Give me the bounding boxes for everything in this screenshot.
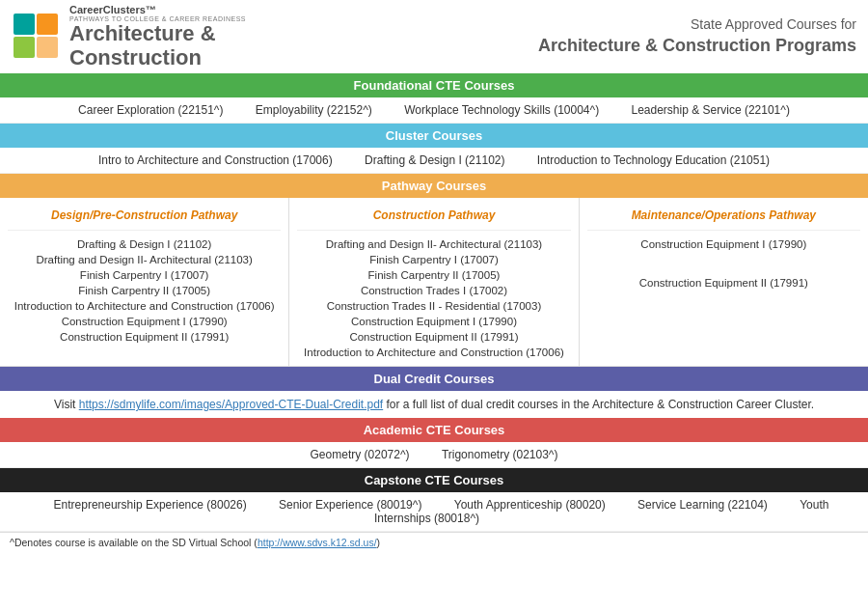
svg-rect-1 xyxy=(14,37,35,58)
construction-item-2: Finish Carpentry I (17007) xyxy=(297,252,570,267)
maintenance-item-spacer xyxy=(587,252,860,275)
foundational-course-3: Workplace Technology Skills (10004^) xyxy=(404,103,599,117)
pathway-header: Pathway Courses xyxy=(0,174,868,198)
pathway-col-construction: Construction Pathway Drafting and Design… xyxy=(289,198,579,366)
maintenance-item-2: Construction Equipment II (17991) xyxy=(587,275,860,291)
construction-item-5: Construction Trades II - Residential (17… xyxy=(297,298,570,314)
foundational-course-1: Career Exploration (22151^) xyxy=(78,103,223,117)
capstone-header: Capstone CTE Courses xyxy=(0,468,868,492)
construction-item-4: Construction Trades I (17002) xyxy=(297,283,570,298)
design-item-4: Finish Carpentry II (17005) xyxy=(8,283,281,298)
construction-item-8: Introduction to Architecture and Constru… xyxy=(297,345,570,360)
design-item-3: Finish Carpentry I (17007) xyxy=(8,267,281,283)
design-item-1: Drafting & Design I (21102) xyxy=(8,236,281,252)
dual-credit-text-after: for a full list of dual credit courses i… xyxy=(383,398,814,411)
footnote-text-after: ) xyxy=(377,537,381,548)
pathway-col-maintenance: Maintenance/Operations Pathway Construct… xyxy=(580,198,868,366)
design-item-6: Construction Equipment I (17990) xyxy=(8,314,281,329)
cluster-course-3: Introduction to Technology Education (21… xyxy=(537,153,770,167)
maintenance-item-1: Construction Equipment I (17990) xyxy=(587,236,860,252)
footnote-link[interactable]: http://www.sdvs.k12.sd.us/ xyxy=(258,537,377,548)
construction-item-3: Finish Carpentry II (17005) xyxy=(297,267,570,283)
pathway-col-construction-header: Construction Pathway xyxy=(297,204,570,231)
pathway-columns: Design/Pre-Construction Pathway Drafting… xyxy=(0,198,868,367)
foundational-header: Foundational CTE Courses xyxy=(0,73,868,97)
career-clusters-brand: CareerClusters™ xyxy=(69,4,246,15)
dual-credit-link[interactable]: https://sdmylife.com/images/Approved-CTE… xyxy=(79,398,383,411)
capstone-course-2: Senior Experience (80019^) xyxy=(279,498,421,512)
svg-rect-3 xyxy=(37,37,58,58)
academic-course-2: Trigonometry (02103^) xyxy=(442,448,558,461)
construction-item-6: Construction Equipment I (17990) xyxy=(297,314,570,329)
construction-item-7: Construction Equipment II (17991) xyxy=(297,329,570,345)
dual-credit-header: Dual Credit Courses xyxy=(0,367,868,391)
logo-text: CareerClusters™ PATHWAYS TO COLLEGE & CA… xyxy=(69,4,246,69)
logo-icon xyxy=(12,12,62,62)
design-item-2: Drafting and Design II- Architectural (2… xyxy=(8,252,281,267)
foundational-course-4: Leadership & Service (22101^) xyxy=(632,103,790,117)
construction-item-1: Drafting and Design II- Architectural (2… xyxy=(297,236,570,252)
page-header: CareerClusters™ PATHWAYS TO COLLEGE & CA… xyxy=(0,0,868,73)
academic-header: Academic CTE Courses xyxy=(0,418,868,442)
pathway-col-maintenance-header: Maintenance/Operations Pathway xyxy=(587,204,860,231)
arch-title: Architecture & Construction xyxy=(69,22,246,69)
foundational-course-2: Employability (22152^) xyxy=(256,103,372,117)
logo-section: CareerClusters™ PATHWAYS TO COLLEGE & CA… xyxy=(12,4,246,69)
footnote-text-before: ^Denotes course is available on the SD V… xyxy=(10,537,258,548)
dual-credit-text-before: Visit xyxy=(54,398,79,411)
dual-credit-body: Visit https://sdmylife.com/images/Approv… xyxy=(0,391,868,418)
foundational-courses: Career Exploration (22151^) Employabilit… xyxy=(0,97,868,124)
capstone-course-4: Service Learning (22104) xyxy=(637,498,768,512)
footnote: ^Denotes course is available on the SD V… xyxy=(0,532,868,552)
svg-rect-2 xyxy=(14,14,35,35)
pathway-col-design: Design/Pre-Construction Pathway Drafting… xyxy=(0,198,289,366)
design-item-7: Construction Equipment II (17991) xyxy=(8,329,281,345)
academic-course-1: Geometry (02072^) xyxy=(311,448,410,461)
capstone-courses: Entrepreneurship Experience (80026) Seni… xyxy=(0,492,868,532)
state-approved-title: State Approved Courses for Architecture … xyxy=(538,15,856,59)
capstone-course-3: Youth Apprenticeship (80020) xyxy=(454,498,606,512)
capstone-course-1: Entrepreneurship Experience (80026) xyxy=(54,498,247,512)
cluster-header: Cluster Courses xyxy=(0,124,868,148)
cluster-courses: Intro to Architecture and Construction (… xyxy=(0,148,868,174)
cluster-course-1: Intro to Architecture and Construction (… xyxy=(98,153,333,167)
svg-rect-0 xyxy=(37,14,58,35)
academic-courses: Geometry (02072^) Trigonometry (02103^) xyxy=(0,442,868,468)
cluster-course-2: Drafting & Design I (21102) xyxy=(365,153,504,167)
pathway-col-design-header: Design/Pre-Construction Pathway xyxy=(8,204,281,231)
design-item-5: Introduction to Architecture and Constru… xyxy=(8,298,281,314)
